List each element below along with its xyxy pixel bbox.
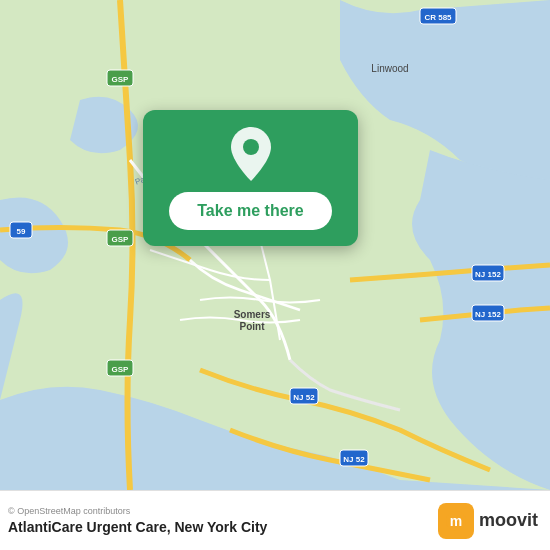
svg-text:NJ 52: NJ 52 [343, 455, 365, 464]
moovit-label: moovit [479, 510, 538, 531]
moovit-logo[interactable]: m moovit [438, 503, 538, 539]
svg-text:GSP: GSP [112, 235, 130, 244]
svg-point-23 [243, 139, 259, 155]
location-pin-icon [225, 128, 277, 180]
bottom-left-info: © OpenStreetMap contributors AtlantiCare… [8, 506, 267, 535]
bottom-bar: © OpenStreetMap contributors AtlantiCare… [0, 490, 550, 550]
svg-text:59: 59 [17, 227, 26, 236]
svg-text:Point: Point [240, 321, 266, 332]
map-container: GSP GSP GSP 59 CR 585 NJ 152 NJ 152 NJ 5… [0, 0, 550, 490]
svg-text:Somers: Somers [234, 309, 271, 320]
take-me-there-button[interactable]: Take me there [169, 192, 331, 230]
svg-text:NJ 152: NJ 152 [475, 310, 501, 319]
moovit-icon: m [438, 503, 474, 539]
svg-text:NJ 52: NJ 52 [293, 393, 315, 402]
popup-card: Take me there [143, 110, 358, 246]
attribution-text: © OpenStreetMap contributors [8, 506, 267, 516]
svg-text:NJ 152: NJ 152 [475, 270, 501, 279]
svg-text:CR 585: CR 585 [424, 13, 452, 22]
svg-text:Linwood: Linwood [371, 63, 408, 74]
location-name: AtlantiCare Urgent Care, New York City [8, 519, 267, 535]
svg-text:GSP: GSP [112, 75, 130, 84]
svg-text:GSP: GSP [112, 365, 130, 374]
svg-text:m: m [450, 513, 462, 529]
